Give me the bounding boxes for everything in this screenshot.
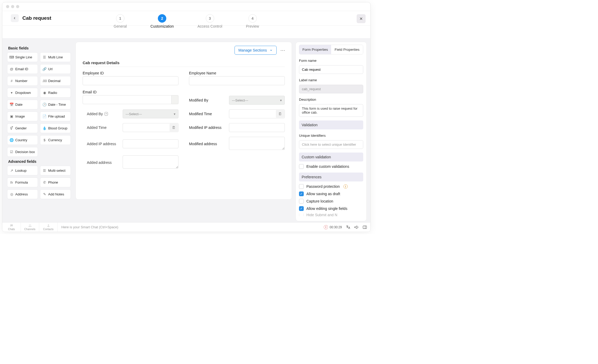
field-gender[interactable]: ⚥Gender xyxy=(7,123,38,133)
field-employee-id[interactable]: Employee ID xyxy=(83,71,178,85)
pin-icon: ◎ xyxy=(9,192,14,196)
field-lookup[interactable]: ↗Lookup xyxy=(7,166,38,175)
field-url[interactable]: 🔗Url xyxy=(40,64,71,74)
stepper: 1 General 2 Customization 3 Access Contr… xyxy=(114,13,259,32)
page-header: Cab request 1 General 2 Customization 3 … xyxy=(2,11,370,26)
field-number[interactable]: #Number xyxy=(7,76,38,86)
decimal-icon: .00 xyxy=(42,79,47,83)
added-ip-input[interactable] xyxy=(123,139,178,148)
section-preferences: Preferences xyxy=(299,173,363,181)
checkbox-custom-validation[interactable] xyxy=(299,164,304,169)
field-modified-time[interactable]: Modified Time 🗓 xyxy=(189,109,285,118)
manage-sections-button[interactable]: Manage Sections xyxy=(235,46,277,55)
field-formula[interactable]: fxFormula xyxy=(7,178,38,187)
calendar-icon[interactable]: 🗓 xyxy=(276,110,284,118)
added-address-input[interactable] xyxy=(123,155,178,169)
calendar-clock-icon: 🕒 xyxy=(42,103,47,107)
multiline-icon: ☰ xyxy=(42,55,47,59)
email-id-picker-button[interactable] xyxy=(172,95,178,104)
field-added-address[interactable]: Added address xyxy=(83,155,178,169)
field-modified-by[interactable]: Modified By ---Select---▾ xyxy=(189,96,285,105)
field-added-time[interactable]: Added Time 🗓 xyxy=(83,123,178,132)
field-country[interactable]: 🌐Country xyxy=(7,135,38,145)
form-name-input[interactable] xyxy=(299,65,363,74)
field-added-by[interactable]: Added By – ---Select---▾ xyxy=(83,109,178,118)
email-id-input[interactable] xyxy=(83,95,172,104)
field-email[interactable]: @Email ID xyxy=(7,64,38,74)
properties-panel: Form Properties Field Properties Form na… xyxy=(296,42,367,221)
chevron-down-box-icon: ▾ xyxy=(9,91,14,95)
text-cursor-icon: ⌨ xyxy=(9,55,14,59)
page-title: Cab request xyxy=(22,15,51,21)
recording-timer[interactable]: ∥ 00:30:29 xyxy=(324,225,342,229)
footer-chats[interactable]: Chats xyxy=(2,223,21,232)
field-email-id[interactable]: Email ID xyxy=(83,90,178,105)
back-button[interactable] xyxy=(11,14,19,22)
description-input[interactable]: This form is used to raise request for o… xyxy=(299,104,363,117)
chevron-down-icon: ▾ xyxy=(280,98,282,102)
label-name-label: Label name xyxy=(299,78,363,82)
drop-icon: 💧 xyxy=(42,126,47,130)
info-icon[interactable]: i xyxy=(343,184,348,189)
contact-icon xyxy=(46,224,51,228)
footer-contacts[interactable]: Contacts xyxy=(39,223,58,232)
checklist-icon: ☰ xyxy=(42,169,47,173)
field-file-upload[interactable]: 📄File upload xyxy=(40,112,71,121)
section-validation: Validation xyxy=(299,120,363,129)
field-decimal[interactable]: .00Decimal xyxy=(40,76,71,86)
calendar-icon[interactable]: 🗓 xyxy=(170,124,178,132)
modified-ip-input[interactable] xyxy=(229,123,285,132)
users-icon xyxy=(28,224,32,228)
field-image[interactable]: ▣Image xyxy=(7,112,38,121)
more-menu-button[interactable]: ⋯ xyxy=(280,47,285,53)
added-by-select[interactable]: ---Select---▾ xyxy=(123,109,178,118)
collapse-icon[interactable]: – xyxy=(104,112,108,116)
field-multi-line[interactable]: ☰Multi Line xyxy=(40,52,71,62)
field-multi-select[interactable]: ☰Multi-select xyxy=(40,166,71,175)
step-customization[interactable]: 2 Customization xyxy=(151,14,174,28)
field-single-line[interactable]: ⌨Single Line xyxy=(7,52,38,62)
field-modified-ip[interactable]: Modified IP address xyxy=(189,123,285,132)
field-employee-name[interactable]: Employee Name xyxy=(189,71,285,85)
field-added-ip[interactable]: Added IP address xyxy=(83,137,178,151)
language-icon[interactable] xyxy=(346,225,350,230)
step-access-control[interactable]: 3 Access Control xyxy=(197,14,222,28)
field-date[interactable]: 📅Date xyxy=(7,100,38,109)
checkbox-allow-draft[interactable]: ✓ xyxy=(299,191,304,196)
phone-icon: ✆ xyxy=(42,180,47,184)
field-add-notes[interactable]: ✎Add Notes xyxy=(40,189,71,199)
radio-icon: ◉ xyxy=(42,91,47,95)
field-currency[interactable]: $Currency xyxy=(40,135,71,145)
field-phone[interactable]: ✆Phone xyxy=(40,178,71,187)
modified-address-input[interactable] xyxy=(229,137,285,150)
tab-field-properties[interactable]: Field Properties xyxy=(331,45,363,54)
panel-icon[interactable] xyxy=(362,225,367,230)
field-dropdown[interactable]: ▾Dropdown xyxy=(7,88,38,98)
external-link-icon: ↗ xyxy=(9,169,14,173)
announcement-icon[interactable] xyxy=(354,225,359,230)
field-modified-address[interactable]: Modified address xyxy=(189,137,285,151)
smart-chat-hint[interactable]: Here is your Smart Chat (Ctrl+Space) xyxy=(58,225,321,229)
tab-form-properties[interactable]: Form Properties xyxy=(299,45,331,54)
checkbox-password-protection[interactable] xyxy=(299,184,304,189)
step-preview[interactable]: 4 Preview xyxy=(246,14,259,28)
field-blood-group[interactable]: 💧Blood Group xyxy=(40,123,71,133)
footer-channels[interactable]: Channels xyxy=(21,223,39,232)
field-decision-box[interactable]: ☑Decision box xyxy=(7,147,38,157)
hash-icon: # xyxy=(9,79,14,83)
close-button[interactable] xyxy=(357,14,366,23)
field-address[interactable]: ◎Address xyxy=(7,189,38,199)
advanced-fields-heading: Advanced fields xyxy=(8,159,70,164)
step-general[interactable]: 1 General xyxy=(114,14,127,28)
checkbox-capture-location[interactable] xyxy=(299,199,304,204)
modified-by-select[interactable]: ---Select---▾ xyxy=(229,96,285,105)
section-custom-validation: Custom validation xyxy=(299,153,363,161)
unique-identifiers-input[interactable]: Click here to select unique Identifier xyxy=(299,140,363,149)
checkbox-edit-single-fields[interactable]: ✓ xyxy=(299,206,304,211)
field-radio[interactable]: ◉Radio xyxy=(40,88,71,98)
employee-id-input[interactable] xyxy=(83,76,178,85)
checkbox-hide-submit[interactable] xyxy=(299,214,304,216)
link-icon: 🔗 xyxy=(42,67,47,71)
field-datetime[interactable]: 🕒Date - Time xyxy=(40,100,71,109)
employee-name-input[interactable] xyxy=(189,76,285,85)
